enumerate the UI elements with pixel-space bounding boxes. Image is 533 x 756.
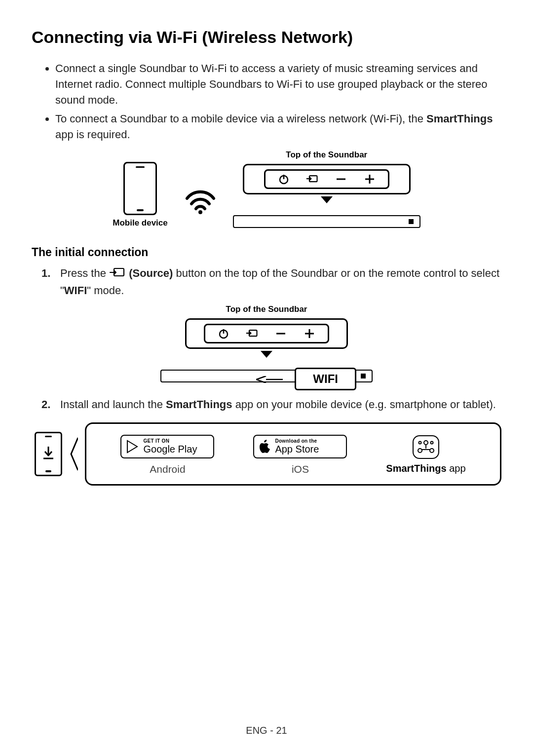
connector-line: [256, 376, 283, 383]
source-icon: [306, 173, 319, 186]
smartthings-icon: [413, 435, 439, 459]
plus-icon: [303, 327, 316, 340]
minus-icon: [335, 173, 347, 186]
download-icon: [43, 447, 54, 461]
connector-angle: [69, 437, 78, 471]
smartthings-column: SmartThings app: [386, 435, 465, 474]
text: app on your mobile device (e.g. smartpho…: [232, 398, 496, 411]
text-bold: WIFI: [64, 284, 87, 297]
step-number: 2.: [41, 396, 60, 413]
wifi-icon: [183, 189, 218, 214]
text-bold: (Source): [126, 267, 173, 279]
bullet-item: To connect a Soundbar to a mobile device…: [55, 111, 501, 143]
step-number: 1.: [41, 265, 60, 299]
google-play-column: GET IT ONGoogle Play Android: [120, 435, 214, 475]
os-label: iOS: [253, 463, 347, 475]
badge-big-text: Google Play: [143, 444, 197, 454]
step-item: 2. Install and launch the SmartThings ap…: [41, 396, 501, 413]
text: " mode.: [87, 284, 124, 297]
text-bold: SmartThings: [426, 113, 493, 125]
app-store-column: Download on theApp Store iOS: [253, 435, 347, 475]
badge-big-text: App Store: [275, 444, 319, 454]
svg-point-16: [424, 441, 428, 445]
minus-icon: [274, 327, 287, 340]
soundbar-side-view: [233, 215, 420, 228]
power-icon: [217, 327, 230, 340]
diagram-wifi-mode: Top of the Soundbar WIFI: [32, 304, 501, 382]
svg-point-0: [198, 210, 202, 214]
text: Press the: [60, 267, 109, 279]
text: app is required.: [55, 128, 130, 141]
source-icon: [246, 327, 259, 340]
intro-bullet-list: Connect a single Soundbar to Wi-Fi to ac…: [55, 61, 501, 142]
svg-point-20: [430, 442, 433, 444]
apple-icon: [259, 440, 271, 454]
bullet-item: Connect a single Soundbar to Wi-Fi to ac…: [55, 61, 501, 108]
soundbar-top-label: Top of the Soundbar: [32, 304, 501, 314]
step-item: 1. Press the (Source) button on the top …: [41, 265, 501, 299]
text: To connect a Soundbar to a mobile device…: [55, 113, 426, 125]
soundbar-top-label: Top of the Soundbar: [233, 150, 420, 160]
arrow-down-icon: [321, 196, 333, 203]
app-download-row: GET IT ONGoogle Play Android Download on…: [35, 422, 501, 486]
phone-icon: [123, 162, 157, 215]
google-play-icon: [126, 440, 139, 454]
google-play-badge: GET IT ONGoogle Play: [120, 435, 214, 458]
arrow-down-icon: [261, 351, 272, 358]
svg-point-19: [419, 442, 421, 444]
soundbar-top-view: [185, 318, 348, 349]
mobile-device-label: Mobile device: [113, 218, 167, 228]
plus-icon: [363, 173, 376, 186]
svg-point-17: [418, 449, 422, 453]
wifi-mode-badge: WIFI: [295, 368, 356, 390]
text-bold: SmartThings: [166, 398, 232, 411]
text: Install and launch the: [60, 398, 166, 411]
mobile-device-illustration: Mobile device: [113, 162, 167, 228]
app-store-box: GET IT ONGoogle Play Android Download on…: [85, 422, 501, 486]
svg-point-18: [430, 449, 434, 453]
source-icon: [109, 266, 126, 282]
soundbar-illustration: Top of the Soundbar: [233, 150, 420, 228]
steps-list: 1. Press the (Source) button on the top …: [41, 265, 501, 299]
steps-list-continued: 2. Install and launch the SmartThings ap…: [41, 396, 501, 413]
diagram-wifi-connection: Mobile device Top of the Soundbar: [32, 150, 501, 228]
page-heading: Connecting via Wi-Fi (Wireless Network): [32, 28, 501, 47]
page-footer: ENG - 21: [0, 725, 533, 736]
soundbar-top-view: [243, 164, 411, 194]
os-label: Android: [120, 463, 214, 475]
phone-download-icon: [35, 432, 62, 476]
smartthings-label: SmartThings app: [386, 463, 465, 474]
app-store-badge: Download on theApp Store: [253, 435, 347, 458]
power-icon: [277, 173, 290, 186]
subheading-initial-connection: The initial connection: [32, 246, 501, 259]
